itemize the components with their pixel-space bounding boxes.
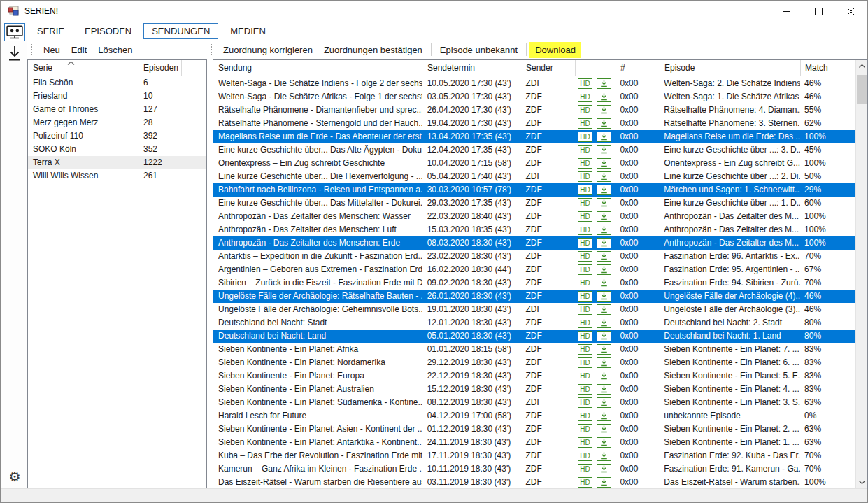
series-row[interactable]: Merz gegen Merz28 [28, 116, 206, 129]
sendung-row[interactable]: Sieben Kontinente - Ein Planet: Afrika01… [213, 343, 855, 356]
sendung-row[interactable]: Sieben Kontinente - Ein Planet: Südameri… [213, 396, 855, 409]
sendung-row[interactable]: Das Eiszeit-Rätsel - Warum starben die R… [213, 476, 855, 488]
scrollbar-thumb[interactable] [857, 75, 867, 104]
sendung-row[interactable]: Sibirien – Zurück in die Eiszeit - Faszi… [213, 276, 855, 290]
download-button[interactable] [597, 464, 611, 474]
sendung-row[interactable]: Antarktis – Expedition in die Zukunft - … [213, 250, 855, 263]
sendung-row[interactable]: Magellans Reise um die Erde - Das Abente… [213, 130, 855, 143]
download-button[interactable] [597, 291, 611, 302]
download-button[interactable] [597, 437, 611, 448]
close-button[interactable] [834, 1, 867, 22]
sendung-row[interactable]: Anthropozän - Das Zeitalter des Menschen… [213, 210, 855, 223]
download-button[interactable] [597, 264, 611, 275]
sendung-row[interactable]: Sieben Kontinente - Ein Planet: Europa22… [213, 369, 855, 383]
toolbar-grip[interactable] [211, 44, 213, 55]
toolbar-grip[interactable] [31, 44, 34, 55]
scroll-down-button[interactable] [856, 476, 868, 488]
download-button[interactable] [597, 78, 611, 89]
sendung-row[interactable]: Eine kurze Geschichte über... Die Hexenv… [213, 170, 855, 183]
download-button[interactable] [597, 225, 611, 235]
menu-item-episoden[interactable]: EPISODEN [76, 23, 140, 39]
sendung-row[interactable]: Welten-Saga - Die Schätze Indiens - Folg… [213, 77, 855, 90]
sendungen-view-button[interactable] [4, 23, 25, 41]
sendung-row[interactable]: Anthropozän - Das Zeitalter des Menschen… [213, 236, 855, 250]
series-row[interactable]: Friesland10 [28, 90, 206, 103]
download-button[interactable] [597, 318, 611, 328]
download-button[interactable] [597, 411, 611, 421]
download-button[interactable] [597, 105, 611, 115]
column-header-episoden[interactable]: Episoden [136, 60, 182, 76]
download-button[interactable] [597, 397, 611, 408]
sendung-row[interactable]: Kuba – Das Erbe der Revolution - Faszina… [213, 449, 855, 462]
column-header-hash[interactable]: # [613, 60, 657, 76]
maximize-button[interactable] [802, 1, 834, 22]
sendung-row[interactable]: Rätselhafte Phänomene - Sternengold und … [213, 117, 855, 130]
download-button[interactable] [597, 118, 611, 129]
episode-unbekannt-button[interactable]: Episode unbekannt [434, 42, 523, 58]
sendung-row[interactable]: Bahnfahrt nach Bellinzona - Reisen und E… [213, 183, 855, 197]
sendung-row[interactable]: Sieben Kontinente - Ein Planet: Antarkti… [213, 436, 855, 449]
sendung-row[interactable]: Argentinien – Geboren aus Extremen - Fas… [213, 263, 855, 276]
series-row[interactable]: Polizeiruf 110392 [28, 129, 206, 143]
sendung-row[interactable]: Kamerun – Ganz Afrika im Kleinen - Faszi… [213, 462, 855, 476]
download-button[interactable] [597, 251, 611, 262]
download-button[interactable] [597, 211, 611, 222]
column-header-episode[interactable]: Episode [657, 60, 801, 76]
download-button[interactable] [597, 371, 611, 381]
column-header-match[interactable]: Match [801, 60, 856, 76]
sendung-row[interactable]: Ungelöste Fälle der Archäologie: Rätselh… [213, 290, 855, 303]
sendung-row[interactable]: Eine kurze Geschichte über... Das Mittel… [213, 197, 855, 210]
column-header-sender[interactable]: Sender [520, 60, 576, 76]
edit-button[interactable]: Edit [66, 42, 92, 58]
column-header-download[interactable] [595, 60, 613, 76]
download-view-button[interactable] [6, 44, 24, 64]
series-row[interactable]: Game of Thrones127 [28, 103, 206, 116]
download-button[interactable] [597, 477, 611, 488]
download-button[interactable] [597, 451, 611, 461]
l-schen-button[interactable]: Löschen [92, 42, 138, 58]
vertical-scrollbar[interactable] [855, 60, 867, 488]
download-button[interactable] [597, 344, 611, 355]
download-button[interactable] [597, 132, 611, 142]
sendung-row[interactable]: Deutschland bei Nacht: Stadt12.01.2020 1… [213, 316, 855, 330]
sendung-row[interactable]: Welten-Saga - Die Schätze Afrikas - Folg… [213, 90, 855, 104]
menu-item-medien[interactable]: MEDIEN [222, 23, 274, 39]
download-button[interactable] [597, 185, 611, 195]
settings-button[interactable]: ⚙ [6, 467, 24, 486]
column-header-serie[interactable]: Serie [28, 60, 136, 76]
sendung-row[interactable]: Anthropozän - Das Zeitalter des Menschen… [213, 223, 855, 236]
sendung-row[interactable]: Sieben Kontinente - Ein Planet: Nordamer… [213, 356, 855, 369]
sendung-row[interactable]: Orientexpress – Ein Zug schreibt Geschic… [213, 157, 855, 170]
download-button[interactable] [597, 304, 611, 315]
sendung-row[interactable]: Ungelöste Fälle der Archäologie: Geheimn… [213, 303, 855, 316]
sendung-row[interactable]: Rätselhafte Phänomene - Diamantenfieber … [213, 104, 855, 117]
menu-item-serie[interactable]: SERIE [29, 23, 73, 39]
sendung-row[interactable]: Sieben Kontinente - Ein Planet: Australi… [213, 383, 855, 396]
series-row[interactable]: Terra X1222 [28, 156, 206, 169]
column-header-sendetermin[interactable]: Sendetermin [422, 60, 520, 76]
download-button[interactable] [597, 278, 611, 288]
download-button[interactable] [597, 145, 611, 155]
download-button[interactable] [597, 171, 611, 182]
download-button[interactable] [597, 238, 611, 248]
scroll-up-button[interactable] [856, 60, 868, 72]
series-row[interactable]: Willi Wills Wissen261 [28, 169, 206, 183]
download-button[interactable] [597, 424, 611, 434]
download-button[interactable] [597, 357, 611, 368]
series-row[interactable]: Ella Schön6 [28, 76, 206, 90]
download-button[interactable] [597, 92, 611, 102]
zuordnungen-best-tigen-button[interactable]: Zuordnungen bestätigen [318, 42, 428, 58]
sendung-row[interactable]: Sieben Kontinente - Ein Planet: Asien - … [213, 423, 855, 436]
zuordnung-korrigieren-button[interactable]: Zuordnung korrigieren [218, 42, 318, 58]
column-header-sendung[interactable]: Sendung [213, 60, 422, 76]
download-button[interactable] [597, 384, 611, 395]
minimize-button[interactable] [770, 1, 802, 22]
download-button[interactable] [597, 331, 611, 341]
menu-item-sendungen[interactable]: SENDUNGEN [143, 23, 218, 39]
neu-button[interactable]: Neu [38, 42, 66, 58]
series-row[interactable]: SOKO Köln352 [28, 143, 206, 156]
column-header-hd[interactable] [576, 60, 595, 76]
download-button[interactable]: Download [529, 42, 581, 58]
sendung-row[interactable]: Deutschland bei Nacht: Land05.01.2020 18… [213, 330, 855, 343]
sendung-row[interactable]: Eine kurze Geschichte über... Das Alte Ä… [213, 143, 855, 157]
